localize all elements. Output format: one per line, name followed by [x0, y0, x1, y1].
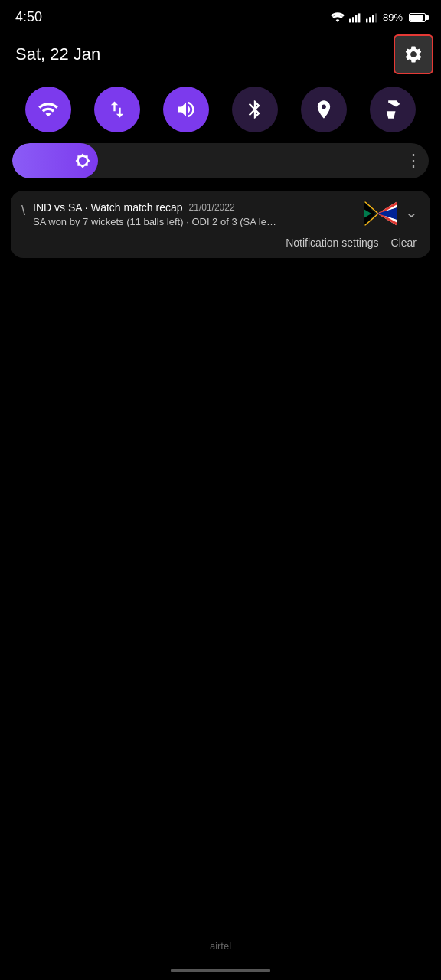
flashlight-icon: [382, 99, 403, 120]
svg-rect-1: [352, 17, 354, 22]
data-signal-icon: [366, 12, 378, 23]
notification-clear-button[interactable]: Clear: [391, 237, 416, 249]
notification-date: 21/01/2022: [189, 202, 235, 213]
notification-actions: Notification settings Clear: [21, 227, 420, 258]
bluetooth-icon: [244, 99, 266, 120]
data-toggle[interactable]: [94, 87, 140, 132]
date-display: Sat, 22 Jan: [15, 44, 100, 64]
sa-flag-svg: [364, 201, 397, 226]
flashlight-toggle[interactable]: [370, 87, 416, 132]
notification-content: IND vs SA · Watch match recap 21/01/2022…: [33, 201, 358, 227]
carrier-name: airtel: [210, 940, 231, 952]
svg-rect-6: [372, 15, 374, 22]
svg-rect-7: [375, 13, 377, 22]
settings-button[interactable]: [394, 34, 433, 74]
location-toggle[interactable]: [301, 87, 347, 132]
status-bar: 4:50 89%: [0, 0, 441, 30]
notification-title: IND vs SA · Watch match recap: [33, 201, 183, 214]
notification-right: ⌄: [364, 201, 420, 226]
status-icons: 89%: [331, 11, 426, 23]
notification-title-row: IND vs SA · Watch match recap 21/01/2022: [33, 201, 358, 214]
brightness-fill: [12, 143, 98, 178]
notification-settings-button[interactable]: Notification settings: [286, 237, 378, 249]
brightness-track: [12, 143, 402, 178]
status-time: 4:50: [15, 9, 42, 25]
wifi-toggle[interactable]: [25, 87, 71, 132]
notification-flag: [364, 201, 397, 226]
battery-percent: 89%: [383, 11, 403, 23]
location-icon: [313, 99, 335, 120]
data-transfer-icon: [106, 99, 128, 120]
notification-body: SA won by 7 wickets (11 balls left) · OD…: [33, 216, 358, 227]
notification-card: \ IND vs SA · Watch match recap 21/01/20…: [11, 191, 430, 258]
home-bar[interactable]: [171, 969, 270, 972]
notification-expand-button[interactable]: ⌄: [403, 201, 420, 223]
svg-rect-5: [369, 17, 371, 22]
carrier-row: airtel: [0, 939, 441, 952]
notification-header: \ IND vs SA · Watch match recap 21/01/20…: [21, 201, 420, 227]
brightness-sun-icon: [75, 153, 90, 168]
brightness-options[interactable]: ⋮: [405, 151, 421, 171]
wifi-status-icon: [331, 12, 345, 23]
battery-icon: [409, 13, 426, 22]
brightness-slider[interactable]: ⋮: [12, 143, 429, 178]
quick-toggles: [0, 82, 441, 143]
notification-app-icon: \: [21, 203, 25, 219]
notification-left: \ IND vs SA · Watch match recap 21/01/20…: [21, 201, 358, 227]
svg-rect-2: [355, 15, 357, 22]
svg-rect-3: [358, 13, 360, 22]
gear-icon: [403, 44, 423, 64]
bluetooth-toggle[interactable]: [232, 87, 278, 132]
sound-toggle[interactable]: [163, 87, 209, 132]
svg-rect-4: [366, 18, 368, 22]
svg-rect-0: [349, 18, 351, 22]
signal-status-icon: [349, 12, 361, 23]
date-settings-row: Sat, 22 Jan: [0, 30, 441, 82]
volume-icon: [175, 99, 197, 120]
wifi-icon: [38, 99, 59, 120]
